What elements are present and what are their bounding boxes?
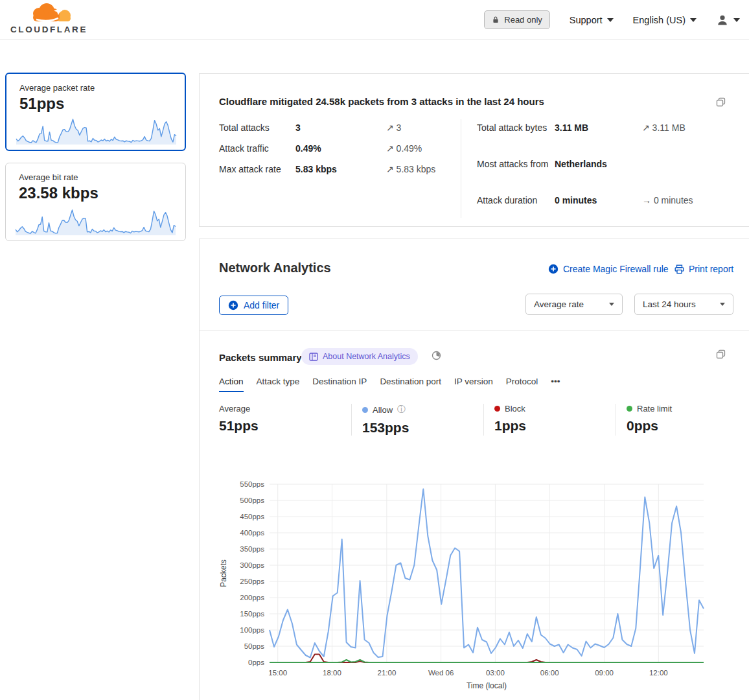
svg-text:50pps: 50pps: [244, 642, 265, 650]
svg-text:300pps: 300pps: [240, 561, 264, 569]
svg-text:350pps: 350pps: [240, 545, 264, 553]
language-label: English (US): [633, 15, 686, 25]
stat-trend: ↗ 3.11 MB: [642, 122, 686, 133]
tab-protocol[interactable]: Protocol: [506, 377, 538, 392]
stat-label: Most attacks from: [477, 159, 555, 169]
svg-text:250pps: 250pps: [240, 578, 264, 585]
chevron-down-icon: [607, 18, 614, 22]
cloudflare-logo[interactable]: CLOUDFLARE: [10, 1, 88, 34]
stat-trend: ↗ 0.49%: [386, 143, 422, 154]
card-value: 23.58 kbps: [19, 184, 185, 202]
support-menu[interactable]: Support: [570, 15, 614, 25]
support-label: Support: [570, 15, 603, 25]
svg-text:21:00: 21:00: [378, 669, 397, 677]
legend-label: Block: [505, 404, 525, 414]
svg-text:500pps: 500pps: [240, 496, 264, 504]
stat-label: Total attack bytes: [477, 122, 555, 133]
about-badge-label: About Network Analytics: [323, 352, 410, 361]
svg-text:200pps: 200pps: [240, 594, 264, 601]
time-window-icon[interactable]: [432, 351, 441, 363]
chevron-down-icon: [720, 303, 725, 306]
svg-text:Wed 06: Wed 06: [428, 669, 454, 677]
about-network-analytics-badge[interactable]: About Network Analytics: [301, 348, 418, 365]
tab-destination-port[interactable]: Destination port: [380, 377, 441, 392]
plus-circle-icon: [228, 300, 238, 310]
tab-destination-ip[interactable]: Destination IP: [312, 377, 367, 392]
packet-rate-sparkline: [16, 117, 177, 145]
svg-text:15:00: 15:00: [268, 669, 287, 677]
copy-icon[interactable]: [716, 97, 726, 110]
printer-icon: [674, 264, 684, 274]
legend-value: 153pps: [362, 420, 483, 436]
legend-label: Average: [219, 404, 250, 414]
legend-label: Allow: [373, 405, 393, 415]
stat-value: Netherlands: [555, 159, 642, 169]
legend-stat-block: Block 1pps: [483, 404, 616, 436]
print-report-link[interactable]: Print report: [674, 264, 733, 274]
card-average-bit-rate[interactable]: Average bit rate 23.58 kbps: [5, 163, 186, 241]
svg-text:150pps: 150pps: [240, 610, 264, 618]
time-range-select[interactable]: Last 24 hours: [634, 294, 733, 315]
add-filter-button[interactable]: Add filter: [219, 296, 288, 315]
metric-select-value: Average rate: [534, 299, 584, 309]
legend-value: 51pps: [219, 418, 351, 434]
section-title: Network Analytics: [219, 261, 331, 275]
stat-row: Max attack rate 5.83 kbps ↗ 5.83 kbps: [219, 164, 435, 174]
stat-value: 3: [295, 122, 386, 133]
stat-value: 0 minutes: [555, 195, 642, 205]
lock-icon: [492, 16, 500, 24]
attack-summary-panel: Cloudflare mitigated 24.58k packets from…: [199, 73, 749, 227]
logo-wordmark: CLOUDFLARE: [10, 25, 88, 34]
header-actions: Read only Support English (US): [484, 0, 740, 40]
read-only-badge: Read only: [484, 10, 550, 29]
metric-select[interactable]: Average rate: [525, 294, 623, 315]
legend-stat-allow: Allow ⓘ 153pps: [351, 404, 483, 436]
tab-action[interactable]: Action: [219, 377, 244, 392]
card-label: Average bit rate: [19, 172, 185, 182]
create-magic-firewall-rule-link[interactable]: Create Magic Firewall rule: [548, 264, 669, 274]
book-icon: [309, 353, 318, 361]
copy-icon[interactable]: [716, 349, 726, 362]
legend-stat-average: Average 51pps: [219, 404, 351, 436]
stat-value: 0.49%: [295, 143, 386, 154]
legend-label: Rate limit: [637, 404, 672, 414]
chevron-down-icon: [733, 18, 740, 22]
create-rule-label: Create Magic Firewall rule: [563, 264, 669, 274]
top-header: CLOUDFLARE Read only Support English (US…: [0, 0, 749, 40]
svg-text:0pps: 0pps: [248, 659, 264, 666]
legend-value: 0pps: [627, 418, 748, 434]
stat-trend: ↗ 5.83 kbps: [386, 164, 435, 174]
rate-limit-dot-icon: [627, 406, 632, 412]
stat-value: 3.11 MB: [555, 122, 642, 133]
stat-trend: → 0 minutes: [642, 195, 693, 205]
svg-text:Time (local): Time (local): [467, 681, 507, 690]
stat-row: Total attack bytes 3.11 MB ↗ 3.11 MB: [477, 122, 686, 133]
stat-label: Total attacks: [219, 122, 295, 133]
stat-trend: ↗ 3: [386, 122, 401, 133]
bit-rate-sparkline: [15, 207, 176, 236]
allow-dot-icon: [362, 407, 368, 413]
mitigation-headline: Cloudflare mitigated 24.58k packets from…: [219, 96, 544, 107]
svg-text:100pps: 100pps: [240, 626, 264, 634]
card-average-packet-rate[interactable]: Average packet rate 51pps: [5, 73, 186, 151]
stat-row: Attack traffic 0.49% ↗ 0.49%: [219, 143, 422, 154]
svg-text:18:00: 18:00: [323, 669, 341, 677]
network-analytics-panel: Network Analytics Create Magic Firewall …: [199, 239, 749, 700]
packets-time-series-chart[interactable]: 0pps50pps100pps150pps200pps250pps300pps3…: [218, 476, 749, 696]
cloudflare-cloud-icon: [10, 1, 82, 25]
tab-more[interactable]: •••: [551, 377, 560, 392]
stat-row: Attack duration 0 minutes → 0 minutes: [477, 195, 693, 205]
account-menu[interactable]: [716, 14, 740, 27]
card-value: 51pps: [19, 95, 185, 113]
tab-attack-type[interactable]: Attack type: [257, 377, 300, 392]
svg-text:450pps: 450pps: [240, 513, 264, 520]
tab-ip-version[interactable]: IP version: [454, 377, 493, 392]
info-icon[interactable]: ⓘ: [397, 404, 406, 415]
svg-text:06:00: 06:00: [540, 669, 559, 677]
time-range-value: Last 24 hours: [643, 299, 696, 309]
language-menu[interactable]: English (US): [633, 15, 697, 25]
clock-pie-icon: [432, 351, 441, 360]
plus-circle-icon: [548, 264, 559, 274]
user-icon: [716, 14, 729, 27]
packets-summary-tabs: Action Attack type Destination IP Destin…: [219, 377, 560, 392]
